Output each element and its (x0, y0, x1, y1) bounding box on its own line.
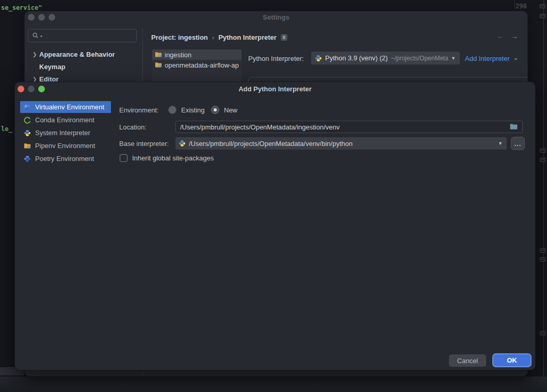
list-item-ingestion[interactable]: ingestion (152, 50, 242, 60)
sidebar-item-keymap[interactable]: Keymap (28, 60, 139, 73)
nav-item-label: Pipenv Environment (35, 142, 95, 150)
screen: se_service" le_ 298 Settings ▾ ❯ Appeara… (0, 0, 547, 392)
radio-existing[interactable] (168, 106, 176, 114)
search-icon (32, 32, 39, 39)
sidebar-item-label: Appearance & Behavior (39, 51, 115, 58)
dropdown-arrow-icon: ▼ (451, 56, 456, 61)
search-history-caret-icon[interactable]: ▾ (40, 34, 42, 39)
environment-label: Environment: (119, 106, 159, 114)
conda-icon (24, 117, 31, 124)
virtualenv-icon (24, 104, 31, 111)
python-icon (179, 140, 186, 147)
interpreter-select[interactable]: Python 3.9 (venv) (2) ~/projects/OpenMet… (311, 52, 460, 64)
list-item-label: openmetadata-airflow-ap (165, 61, 239, 69)
forward-arrow-icon[interactable]: → (511, 32, 518, 40)
location-input-value: /Users/pmbrull/projects/OpenMetadata/ing… (180, 123, 340, 131)
editor-indent-guide (514, 0, 515, 9)
python-icon (315, 55, 322, 62)
settings-search-input[interactable]: ▾ (28, 29, 137, 42)
window-bottom-shadow (0, 377, 547, 392)
nav-item-virtualenv-environment[interactable]: Virtualenv Environment (20, 101, 111, 113)
fold-marker-icon[interactable] (540, 331, 545, 335)
location-label: Location: (119, 123, 147, 131)
breadcrumb-page[interactable]: Python Interpreter (218, 34, 277, 41)
python-folder-icon (155, 51, 162, 58)
editor-line-number: 298 (516, 3, 527, 10)
python-icon (24, 129, 31, 137)
sidebar-item-appearance-behavior[interactable]: ❯ Appearance & Behavior (28, 48, 139, 60)
cancel-button[interactable]: Cancel (449, 354, 486, 367)
nav-item-label: Conda Environment (35, 116, 94, 124)
base-interpreter-value: /Users/pmbrull/projects/OpenMetadata/ven… (189, 140, 495, 148)
nav-item-pipenv-environment[interactable]: Pipenv Environment (20, 140, 111, 152)
inherit-site-packages-label[interactable]: Inherit global site-packages (132, 154, 214, 162)
back-arrow-icon[interactable]: ← (497, 32, 504, 40)
fold-marker-icon[interactable] (540, 4, 545, 8)
fold-marker-icon[interactable] (540, 257, 545, 262)
fold-marker-icon[interactable] (540, 158, 545, 162)
base-interpreter-select[interactable]: /Users/pmbrull/projects/OpenMetadata/ven… (175, 137, 507, 150)
sidebar-item-label: Keymap (39, 63, 66, 71)
python-folder-icon (155, 61, 162, 69)
help-topic-icon[interactable] (281, 34, 287, 41)
settings-window-title: Settings (25, 13, 527, 21)
add-interpreter-link[interactable]: Add Interpreter (465, 55, 510, 62)
nav-item-label: System Interpreter (35, 129, 90, 137)
background-code-fragment: se_service" (1, 4, 42, 11)
base-interpreter-label: Base interpreter: (119, 140, 169, 148)
radio-existing-label[interactable]: Existing (181, 106, 205, 114)
location-input[interactable]: /Users/pmbrull/projects/OpenMetadata/ing… (175, 121, 523, 133)
poetry-icon (24, 155, 31, 162)
chevron-right-icon[interactable]: ❯ (28, 76, 39, 82)
pipenv-folder-icon (24, 142, 31, 150)
chevron-down-icon[interactable]: ⌄ (513, 55, 518, 61)
interpreter-select-value: Python 3.9 (venv) (2) (325, 54, 388, 62)
dialog-title: Add Python Interpreter (15, 85, 535, 93)
ok-button[interactable]: OK (492, 353, 532, 367)
nav-item-label: Poetry Environment (35, 155, 94, 162)
fold-marker-icon[interactable] (540, 249, 545, 253)
chevron-right-icon[interactable]: ❯ (28, 52, 39, 57)
background-code-fragment: le_ (1, 125, 12, 133)
python-interpreter-label: Python Interpreter: (248, 55, 304, 62)
list-item-openmetadata-airflow[interactable]: openmetadata-airflow-ap (152, 60, 242, 70)
interpreter-select-path: ~/projects/OpenMeta (391, 55, 448, 62)
base-interpreter-browse-button[interactable]: ... (511, 137, 525, 150)
breadcrumb-project[interactable]: Project: ingestion (151, 34, 208, 41)
nav-item-system-interpreter[interactable]: System Interpreter (20, 127, 111, 139)
add-interpreter-dialog: Add Python Interpreter Virtualenv Enviro… (14, 81, 536, 370)
nav-item-label: Virtualenv Environment (35, 103, 104, 111)
nav-item-poetry-environment[interactable]: Poetry Environment (20, 153, 111, 165)
fold-marker-icon[interactable] (540, 14, 545, 18)
nav-item-conda-environment[interactable]: Conda Environment (20, 114, 111, 126)
radio-new-label[interactable]: New (224, 106, 237, 114)
list-item-label: ingestion (165, 51, 191, 59)
breadcrumb-separator-icon: › (212, 34, 214, 41)
breadcrumb: Project: ingestion › Python Interpreter (151, 32, 287, 42)
fold-marker-icon[interactable] (540, 149, 545, 153)
radio-new[interactable] (211, 106, 219, 114)
browse-folder-icon[interactable] (509, 122, 518, 131)
dropdown-arrow-icon: ▼ (498, 141, 503, 146)
inherit-site-packages-checkbox[interactable] (120, 154, 127, 162)
